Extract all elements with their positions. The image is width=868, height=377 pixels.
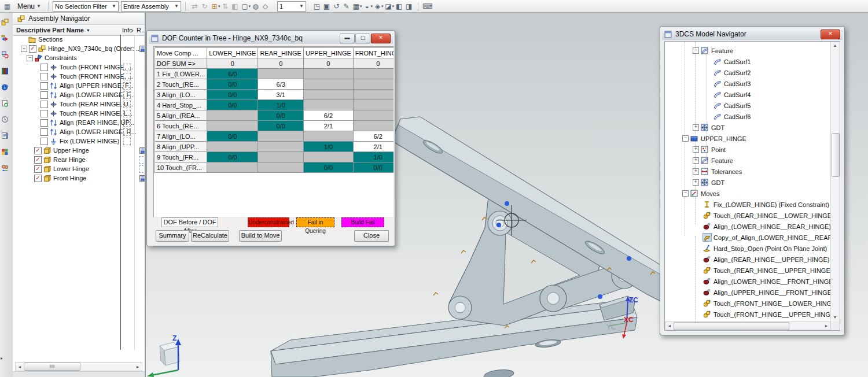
- collapse-icon[interactable]: −: [21, 46, 27, 52]
- checkbox-unchecked[interactable]: [41, 110, 48, 117]
- collapse-icon[interactable]: −: [682, 135, 689, 142]
- info-selection-box-icon[interactable]: [123, 110, 131, 117]
- info-selection-box-icon[interactable]: [123, 128, 131, 136]
- collapse-icon[interactable]: −: [693, 47, 699, 54]
- model-tree-row[interactable]: Copy_of_Align_(LOWER_HINGE__REAR_HINGE) …: [665, 232, 831, 243]
- dof-dialog-titlebar[interactable]: DOF Counter in Tree - Hinge_NX9_7340c_bq…: [149, 32, 393, 44]
- section-two-icon[interactable]: ◨: [404, 1, 414, 11]
- model-tree-row[interactable]: −UPPER_HINGE: [665, 133, 831, 144]
- collapse-icon[interactable]: −: [27, 55, 33, 61]
- info-selection-box-icon[interactable]: [123, 119, 131, 127]
- model-tree-row[interactable]: +Point: [665, 144, 831, 155]
- nav-vertical-scrollbar[interactable]: ▲ ▼: [830, 42, 840, 321]
- selection-filter-combo[interactable]: No Selection Filter ▼: [53, 1, 119, 12]
- maximize-button[interactable]: ▢: [355, 34, 370, 43]
- model-tree-row[interactable]: Touch_(FRONT_HINGE__LOWER_HINGE) (Contac…: [665, 298, 831, 309]
- assembly-tree-row[interactable]: Align (UPPER HINGE, F...: [13, 81, 145, 90]
- summary-button[interactable]: Summary: [156, 230, 189, 242]
- info-selection-box-icon[interactable]: [123, 73, 131, 80]
- model-tree-row[interactable]: +GDT: [665, 122, 831, 133]
- expand-icon[interactable]: +: [693, 157, 699, 164]
- zoom-window-icon[interactable]: ◳: [312, 1, 322, 11]
- section-one-icon[interactable]: ◧: [394, 1, 404, 11]
- checkbox-checked[interactable]: ✓: [34, 156, 42, 164]
- close-button[interactable]: Close: [354, 230, 389, 242]
- collapse-icon[interactable]: −: [682, 190, 689, 197]
- web-browser-icon[interactable]: i: [1, 83, 12, 94]
- scroll-down-icon[interactable]: ▼: [831, 313, 839, 321]
- move-component-icon[interactable]: ⇄: [190, 1, 200, 11]
- assembly-tree-row[interactable]: Sections: [13, 35, 145, 44]
- model-tree-row[interactable]: Align_(UPPER_HINGE__FRONT_HINGE) (Concid…: [665, 287, 831, 298]
- model-tree-row[interactable]: CadSurf4: [665, 89, 831, 100]
- model-tree-row[interactable]: CadSurf2: [665, 67, 831, 78]
- checkbox-unchecked[interactable]: [41, 101, 48, 108]
- assembly-tree-row[interactable]: Align (LOWER HINGE, F...: [13, 90, 145, 99]
- checkbox-checked[interactable]: ✓: [34, 147, 42, 154]
- assembly-tree-row[interactable]: ✓Rear Hinge: [13, 155, 145, 164]
- assembly-tree-row[interactable]: Fix (LOWER HINGE): [13, 136, 145, 146]
- model-tree-row[interactable]: −Feature: [665, 45, 831, 56]
- assembly-tree-row[interactable]: Align (REAR HINGE, UP...: [13, 118, 145, 127]
- column-descriptive-part-name[interactable]: Descriptive Part Name ▼: [13, 27, 90, 34]
- refresh-view-icon[interactable]: ↺: [332, 1, 341, 11]
- model-navigator-titlebar[interactable]: 3DCS Model Navigator ✕: [662, 28, 843, 40]
- model-tree-row[interactable]: CadSurf5: [665, 100, 831, 111]
- scroll-right-icon[interactable]: ►: [134, 365, 142, 369]
- checkbox-unchecked[interactable]: [41, 82, 48, 90]
- scrollbar-thumb[interactable]: [832, 133, 840, 177]
- info-selection-box-icon[interactable]: [123, 138, 131, 145]
- info-selection-box-icon[interactable]: [123, 91, 131, 99]
- checkbox-unchecked[interactable]: [41, 138, 48, 145]
- model-tree-row[interactable]: +Tolerances: [665, 166, 831, 177]
- replace-component-icon[interactable]: ↻: [200, 1, 209, 11]
- assembly-tree-row[interactable]: ✓Lower Hinge: [13, 164, 145, 173]
- model-tree-row[interactable]: Align_(REAR_HINGE__UPPER_HINGE) (Concide…: [665, 254, 831, 265]
- close-icon[interactable]: ✕: [821, 29, 840, 39]
- assembly-tree-row[interactable]: Align (LOWER HINGE, R...: [13, 127, 145, 136]
- assembly-tree-row[interactable]: Touch (REAR HINGE, L...: [13, 109, 145, 118]
- model-tree-row[interactable]: CadSurf3: [665, 78, 831, 89]
- scroll-left-icon[interactable]: ◄: [16, 365, 24, 369]
- menu-button[interactable]: Menu ▼: [14, 2, 44, 11]
- model-tree-row[interactable]: CadSurf6: [665, 111, 831, 122]
- checkbox-unchecked[interactable]: [41, 91, 48, 99]
- close-icon[interactable]: ✕: [371, 34, 391, 43]
- model-tree-row[interactable]: Touch_(FRONT_HINGE__UPPER_HINGE) (Contac…: [665, 309, 831, 320]
- assembly-horizontal-scrollbar[interactable]: ◄ ⦀⦀⦀ ►: [15, 362, 142, 371]
- model-tree-row[interactable]: Hard_Stop_Open (Point On Plane Joint): [665, 243, 831, 254]
- column-divider[interactable]: [120, 35, 121, 350]
- model-tree-row[interactable]: Align_(LOWER_HINGE__FRONT_HINGE) (Concid…: [665, 276, 831, 287]
- info-selection-box-icon[interactable]: [123, 82, 131, 90]
- model-tree-row[interactable]: Touch_(REAR_HINGE__LOWER_HINGE) (Contact…: [665, 210, 831, 221]
- model-tree-row[interactable]: Fix_(LOWER_HINGE) (Fixed Constraint): [665, 199, 831, 210]
- new-component-icon[interactable]: ⇅: [220, 1, 230, 11]
- expand-icon[interactable]: +: [693, 146, 699, 153]
- model-tree-row[interactable]: Align_(LOWER_HINGE__REAR_HINGE) (Concide…: [665, 221, 831, 232]
- history-icon[interactable]: [1, 99, 12, 110]
- nav-horizontal-scrollbar[interactable]: ◄ ►: [665, 321, 831, 330]
- build-to-move-button[interactable]: Build to Move: [239, 230, 282, 242]
- constraint-navigator-icon[interactable]: [1, 35, 12, 45]
- checkbox-checked[interactable]: ✓: [29, 45, 36, 53]
- assembly-tree-row[interactable]: Touch (FRONT HINGE, ...: [13, 72, 145, 81]
- checkbox-checked[interactable]: ✓: [34, 165, 42, 173]
- expand-icon[interactable]: +: [693, 168, 699, 175]
- part-navigator-icon[interactable]: [1, 51, 12, 61]
- edit-work-section-icon[interactable]: ✎: [341, 1, 351, 11]
- show-constraints-icon[interactable]: ◍: [251, 1, 260, 11]
- fit-view-icon[interactable]: ▣: [322, 1, 332, 11]
- checkbox-unchecked[interactable]: [41, 128, 48, 136]
- assembly-tree-row[interactable]: Touch (FRONT HINGE, ...: [13, 62, 145, 72]
- expand-icon[interactable]: +: [693, 179, 699, 186]
- checkbox-unchecked[interactable]: [41, 73, 48, 80]
- reuse-library-icon[interactable]: [1, 67, 12, 77]
- model-tree-row[interactable]: +GDT: [665, 177, 831, 188]
- roles-icon[interactable]: [1, 132, 12, 142]
- scroll-left-icon[interactable]: ◄: [665, 324, 674, 328]
- display-assembly-icon[interactable]: ◇: [260, 1, 270, 11]
- mirror-assembly-icon[interactable]: ◧: [230, 1, 240, 11]
- selection-scope-combo[interactable]: Entire Assembly ▼: [121, 1, 181, 12]
- layer-combo[interactable]: 1 ▼: [277, 1, 306, 12]
- resource-bar-expander-icon[interactable]: ▸: [1, 356, 3, 361]
